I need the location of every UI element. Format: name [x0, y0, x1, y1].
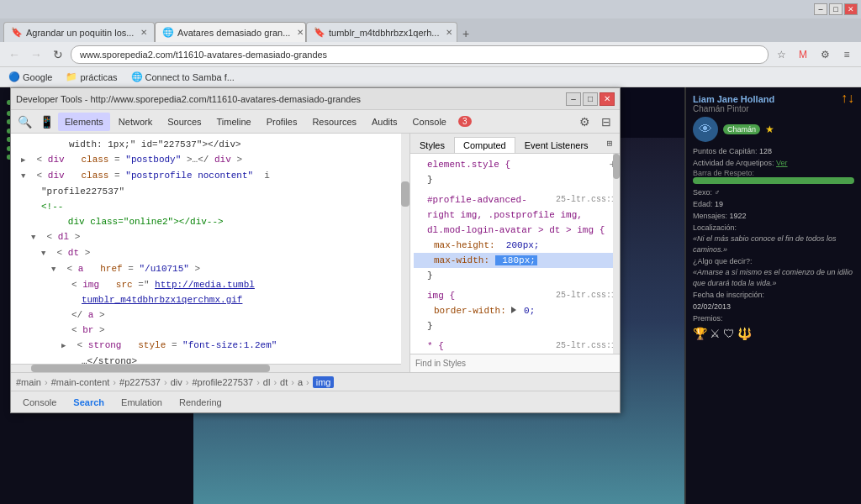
minimize-button[interactable]: –	[814, 3, 827, 15]
crumb-dl[interactable]: dl	[263, 377, 271, 387]
html-line-14[interactable]: ▶ < strong style = "font-size:1.2em"	[11, 338, 409, 354]
tab-elements[interactable]: Elements	[58, 113, 110, 131]
crumb-main[interactable]: #main	[16, 377, 41, 387]
html-line-1[interactable]: width: 1px;" id="227537"></div>	[11, 137, 409, 152]
html-line-10[interactable]: < img src =" http://media.tumbl	[11, 277, 409, 292]
inspect-icon[interactable]: 🔍	[14, 112, 34, 132]
tab-network[interactable]: Network	[112, 113, 159, 131]
html-line-15[interactable]: …</strong>	[11, 354, 409, 364]
tab-2[interactable]: 🌐 Avatares demasiado gran... ✕	[155, 22, 306, 42]
selector-1: element.style {	[427, 160, 510, 170]
maximize-button[interactable]: □	[829, 3, 843, 15]
css-rule-2-cont: right img, .postprofile img,	[414, 207, 616, 223]
find-styles-input[interactable]	[415, 357, 615, 370]
source-2[interactable]: 25-ltr.css:1	[556, 193, 616, 207]
link-11[interactable]: tumblr_m4tdbhrbzx1qerchmx.gif	[82, 295, 242, 305]
devtools-minimize[interactable]: –	[566, 92, 581, 106]
back-button[interactable]: ←	[5, 45, 24, 64]
tab-styles[interactable]: Styles	[410, 137, 454, 153]
bookmark-samba[interactable]: 🌐 Connect to Samba f...	[128, 70, 238, 84]
tab-profiles[interactable]: Profiles	[260, 113, 304, 131]
bottom-tab-emulation[interactable]: Emulation	[114, 396, 169, 409]
bracket-13b: >	[99, 325, 105, 335]
crumb-main-content[interactable]: #main-content	[51, 377, 110, 387]
device-icon[interactable]: 📱	[36, 112, 56, 132]
bookmark-google[interactable]: 🔵 Google	[5, 70, 55, 84]
sep-3: ›	[164, 377, 167, 387]
html-line-3[interactable]: ▼ < div class = "postprofile nocontent" …	[11, 168, 409, 184]
html-line-6[interactable]: div class="online2"></div-->	[11, 214, 409, 229]
css-prop-border[interactable]: border-width: 0;	[414, 303, 616, 318]
close-button[interactable]: ✕	[844, 3, 858, 15]
tab-3-close[interactable]: ✕	[446, 28, 452, 37]
bracket-9d: >	[195, 264, 201, 274]
tab-2-close[interactable]: ✕	[297, 28, 304, 37]
extensions-icon[interactable]: ⚙	[816, 45, 834, 64]
crumb-div[interactable]: div	[171, 377, 182, 387]
respect-label: Barra de Respeto:	[693, 169, 854, 177]
activity-link[interactable]: Ver	[776, 159, 788, 167]
samba-favicon: 🌐	[131, 71, 143, 82]
expand-icon[interactable]: ⊞	[600, 134, 620, 153]
crumb-img[interactable]: img	[313, 376, 335, 388]
html-vertical-scrollbar[interactable]	[401, 134, 409, 372]
html-line-9[interactable]: ▼ < a href = "/u10715" >	[11, 261, 409, 277]
link-10[interactable]: http://media.tumbl	[155, 280, 255, 290]
html-line-4[interactable]: "profile227537"	[11, 184, 409, 199]
html-line-5[interactable]: <!--	[11, 199, 409, 214]
css-prop-maxheight[interactable]: max-height: 200px;	[414, 238, 616, 253]
comment-6: div class="online2"></div-->	[51, 217, 224, 227]
star-button[interactable]: ☆	[772, 45, 790, 64]
html-line-13[interactable]: < br >	[11, 323, 409, 338]
bookmark-practicas[interactable]: 📁 prácticas	[62, 70, 120, 84]
html-line-2[interactable]: ▶ < div class = "postbody" >…</ div >	[11, 152, 409, 168]
source-3[interactable]: 25-ltr.css:1	[556, 289, 616, 302]
filter-icon[interactable]: ⚙	[574, 112, 594, 132]
browser-chrome: – □ ✕ 🔖 Agrandar un poquitin los... ✕ 🌐 …	[0, 0, 861, 87]
crumb-profile227537[interactable]: #profile227537	[192, 377, 253, 387]
forward-button[interactable]: →	[27, 45, 45, 64]
tab-event-listeners[interactable]: Event Listeners	[515, 137, 598, 153]
tag-2b: div	[214, 155, 231, 165]
crumb-a[interactable]: a	[298, 377, 303, 387]
tab-console[interactable]: Console	[406, 113, 453, 131]
address-bar[interactable]: www.sporepedia2.com/t11610-avatares-dema…	[71, 45, 769, 64]
css-rule-1-selector[interactable]: element.style { +	[414, 157, 616, 172]
html-line-12[interactable]: </ a >	[11, 307, 409, 323]
source-4[interactable]: 25-ltr.css:1	[556, 339, 616, 353]
tab-1-close[interactable]: ✕	[140, 28, 147, 37]
selector-2: #profile-advanced-	[427, 195, 527, 205]
devtools-controls[interactable]: – □ ✕	[566, 92, 615, 106]
html-line-11[interactable]: tumblr_m4tdbhrbzx1qerchmx.gif	[11, 292, 409, 307]
tab-3-favicon: 🔖	[314, 27, 325, 39]
profile-name: Liam Jane Holland	[693, 94, 854, 104]
window-controls[interactable]: – □ ✕	[814, 3, 858, 15]
html-line-8[interactable]: ▼ < dt >	[11, 245, 409, 261]
tab-3[interactable]: 🔖 tumblr_m4tdbhrbzx1qerh... ✕	[306, 22, 457, 42]
css-prop-maxwidth[interactable]: max-width: 180px;	[414, 253, 616, 268]
tab-sources[interactable]: Sources	[161, 113, 208, 131]
html-line-7[interactable]: ▼ < dl >	[11, 229, 409, 245]
bottom-tab-console[interactable]: Console	[16, 396, 63, 409]
tab-resources[interactable]: Resources	[305, 113, 363, 131]
new-tab-button[interactable]: +	[457, 25, 474, 42]
tab-computed[interactable]: Computed	[454, 137, 515, 153]
tab-timeline[interactable]: Timeline	[210, 113, 258, 131]
styles-scrollbar[interactable]	[613, 154, 620, 354]
menu-icon[interactable]: ≡	[837, 45, 856, 64]
devtools-close[interactable]: ✕	[600, 92, 615, 106]
bracket-9b	[89, 264, 95, 274]
tab-audits[interactable]: Audits	[365, 113, 404, 131]
crumb-dt[interactable]: dt	[280, 377, 288, 387]
crumb-p227537[interactable]: #p227537	[119, 377, 161, 387]
tab-1[interactable]: 🔖 Agrandar un poquitin los... ✕	[3, 22, 155, 42]
text-15: …</strong>	[82, 356, 137, 364]
bottom-tab-rendering[interactable]: Rendering	[172, 396, 229, 409]
attr-9: href	[100, 264, 122, 274]
html-horizontal-scrollbar[interactable]	[11, 364, 409, 372]
gmail-icon[interactable]: M	[794, 45, 812, 64]
dock-icon[interactable]: ⊟	[596, 112, 616, 132]
reload-button[interactable]: ↻	[49, 45, 67, 64]
devtools-maximize[interactable]: □	[583, 92, 598, 106]
bottom-tab-search[interactable]: Search	[66, 396, 111, 409]
